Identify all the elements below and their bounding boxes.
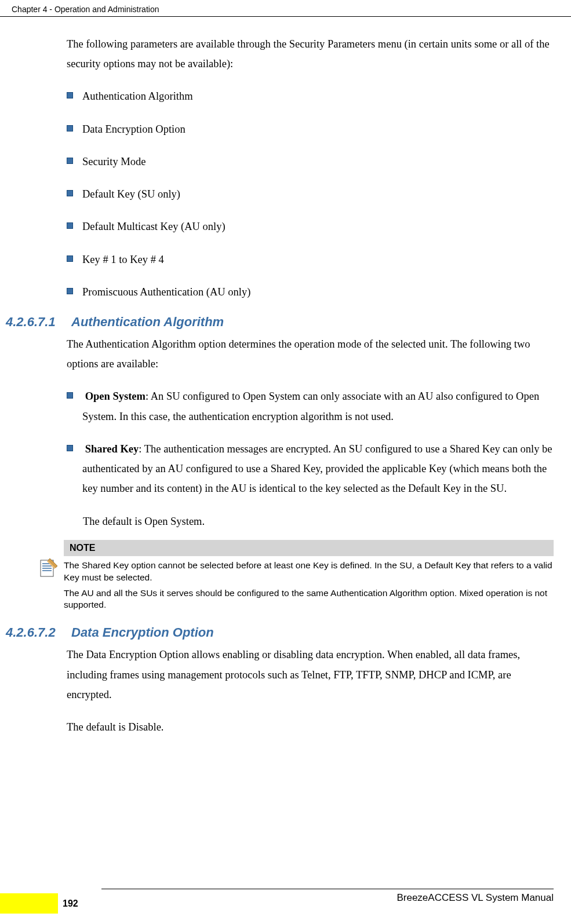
page-number: 192 bbox=[58, 893, 101, 914]
bullet-square-icon bbox=[67, 445, 73, 451]
section-paragraph: The Data Encryption Option allows enabli… bbox=[67, 645, 554, 704]
bullet-text: Key # 1 to Key # 4 bbox=[82, 250, 554, 269]
bullet-text: Open System: An SU configured to Open Sy… bbox=[82, 386, 554, 426]
section-heading-data-encryption: 4.2.6.7.2 Data Encryption Option bbox=[6, 625, 554, 640]
bullet-square-icon bbox=[67, 158, 73, 164]
list-item: Key # 1 to Key # 4 bbox=[67, 250, 554, 269]
list-item: Promiscuous Authentication (AU only) bbox=[67, 282, 554, 302]
bullet-square-icon bbox=[67, 255, 73, 262]
page-header: Chapter 4 - Operation and Administration bbox=[0, 0, 571, 17]
section-paragraph: The default is Disable. bbox=[67, 717, 554, 737]
list-item: Authentication Algorithm bbox=[67, 86, 554, 106]
option-desc: : An SU configured to Open System can on… bbox=[82, 390, 539, 422]
bullet-text: Default Multicast Key (AU only) bbox=[82, 217, 554, 236]
footer-yellow-block bbox=[0, 893, 58, 914]
note-content: NOTE The Shared Key option cannot be sel… bbox=[64, 540, 554, 619]
list-item: Shared Key: The authentication messages … bbox=[67, 439, 554, 499]
list-item: Default Multicast Key (AU only) bbox=[67, 217, 554, 236]
section-heading-auth-algorithm: 4.2.6.7.1 Authentication Algorithm bbox=[6, 315, 554, 330]
section-intro: The Authentication Algorithm option dete… bbox=[67, 334, 554, 374]
default-text: The default is Open System. bbox=[83, 512, 554, 531]
bullet-square-icon bbox=[67, 222, 73, 229]
footer-manual-name: BreezeACCESS VL System Manual bbox=[397, 892, 554, 904]
notepad-pencil-icon bbox=[32, 540, 64, 619]
page-content: The following parameters are available t… bbox=[0, 17, 571, 737]
intro-paragraph: The following parameters are available t… bbox=[67, 34, 554, 74]
bullet-square-icon bbox=[67, 288, 73, 294]
section-number: 4.2.6.7.2 bbox=[6, 625, 71, 640]
list-item: Default Key (SU only) bbox=[67, 184, 554, 204]
chapter-title: Chapter 4 - Operation and Administration bbox=[12, 5, 159, 14]
list-item: Data Encryption Option bbox=[67, 119, 554, 139]
note-line: The AU and all the SUs it serves should … bbox=[64, 587, 554, 612]
option-label: Open System bbox=[85, 390, 146, 402]
bullet-text: Shared Key: The authentication messages … bbox=[82, 439, 554, 499]
bullet-square-icon bbox=[67, 190, 73, 196]
note-line: The Shared Key option cannot be selected… bbox=[64, 560, 554, 584]
bullet-text: Security Mode bbox=[82, 152, 554, 171]
section-number: 4.2.6.7.1 bbox=[6, 315, 71, 330]
section-title: Data Encryption Option bbox=[71, 625, 214, 640]
option-desc: : The authentication messages are encryp… bbox=[82, 443, 552, 494]
list-item: Open System: An SU configured to Open Sy… bbox=[67, 386, 554, 426]
note-header: NOTE bbox=[64, 540, 554, 556]
option-label: Shared Key bbox=[85, 443, 139, 455]
bullet-square-icon bbox=[67, 392, 73, 399]
footer-rule bbox=[101, 889, 554, 889]
bullet-square-icon bbox=[67, 92, 73, 98]
note-box: NOTE The Shared Key option cannot be sel… bbox=[32, 540, 554, 619]
bullet-text: Data Encryption Option bbox=[82, 119, 554, 139]
bullet-text: Default Key (SU only) bbox=[82, 184, 554, 204]
list-item: Security Mode bbox=[67, 152, 554, 171]
bullet-square-icon bbox=[67, 125, 73, 132]
bullet-text: Promiscuous Authentication (AU only) bbox=[82, 282, 554, 302]
section-title: Authentication Algorithm bbox=[71, 315, 224, 330]
bullet-text: Authentication Algorithm bbox=[82, 86, 554, 106]
note-body: The Shared Key option cannot be selected… bbox=[64, 556, 554, 619]
footer-page-strip: 192 bbox=[0, 893, 101, 914]
